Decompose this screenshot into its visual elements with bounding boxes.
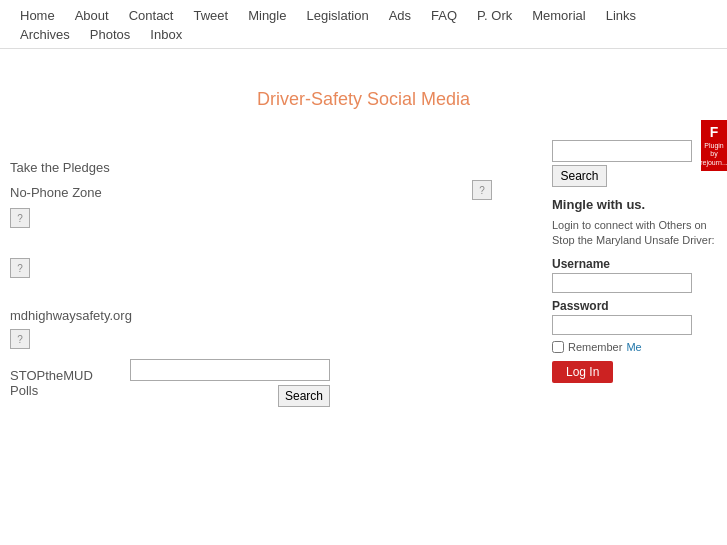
sidebar-search: Search <box>552 140 717 187</box>
remember-me-row: Remember Me <box>552 341 717 353</box>
password-input[interactable] <box>552 315 692 335</box>
username-input[interactable] <box>552 273 692 293</box>
polls-input-area: Search <box>130 359 330 407</box>
remember-me-checkbox[interactable] <box>552 341 564 353</box>
question-mark-icon-2: ? <box>17 263 23 274</box>
flash-icon: F <box>710 124 719 140</box>
polls-section: STOPtheMUD Polls Search <box>10 359 442 407</box>
no-phone-zone-image[interactable]: ? <box>10 208 30 228</box>
login-text: Login to connect with Others on Stop the… <box>552 218 717 249</box>
image-placeholder-1[interactable]: ? <box>10 258 30 278</box>
nav-p-ork[interactable]: P. Ork <box>467 6 522 25</box>
password-label: Password <box>552 299 717 313</box>
remember-label: Remember <box>568 341 622 353</box>
login-button[interactable]: Log In <box>552 361 613 383</box>
navigation: Home About Contact Tweet Mingle Legislat… <box>0 0 727 49</box>
no-phone-zone-label: No-Phone Zone <box>10 185 442 200</box>
nav-tweet[interactable]: Tweet <box>183 6 238 25</box>
take-pledges: Take the Pledges <box>10 160 442 175</box>
nav-links[interactable]: Links <box>596 6 646 25</box>
mdhighway-label: mdhighwaysafety.org <box>10 308 442 323</box>
page-title: Driver-Safety Social Media <box>10 89 717 110</box>
nav-memorial[interactable]: Memorial <box>522 6 595 25</box>
nav-contact[interactable]: Contact <box>119 6 184 25</box>
main-wrapper: Driver-Safety Social Media Take the Pled… <box>0 49 727 417</box>
question-mark-icon: ? <box>17 213 23 224</box>
nav-photos[interactable]: Photos <box>80 25 140 44</box>
nav-row-2: Archives Photos Inbox <box>10 25 717 44</box>
polls-label: STOPtheMUD Polls <box>10 368 120 398</box>
nav-faq[interactable]: FAQ <box>421 6 467 25</box>
nav-inbox[interactable]: Inbox <box>140 25 192 44</box>
flash-plugin-text: Plugin by rejourn... <box>700 142 727 167</box>
columns-wrapper: Take the Pledges No-Phone Zone ? ? mdhig… <box>10 140 717 407</box>
nav-archives[interactable]: Archives <box>10 25 80 44</box>
center-column: ? <box>452 80 532 407</box>
nav-home[interactable]: Home <box>10 6 65 25</box>
flash-plugin-button[interactable]: F Plugin by rejourn... <box>701 120 727 171</box>
username-label: Username <box>552 257 717 271</box>
question-mark-icon-4: ? <box>479 185 485 196</box>
nav-ads[interactable]: Ads <box>379 6 421 25</box>
polls-search-input[interactable] <box>130 359 330 381</box>
remember-me-link[interactable]: Me <box>626 341 641 353</box>
mdhighway-image[interactable]: ? <box>10 329 30 349</box>
left-column: Take the Pledges No-Phone Zone ? ? mdhig… <box>10 140 442 407</box>
sidebar-search-input[interactable] <box>552 140 692 162</box>
content-area: Driver-Safety Social Media Take the Pled… <box>0 49 727 417</box>
mingle-title: Mingle with us. <box>552 197 717 212</box>
nav-about[interactable]: About <box>65 6 119 25</box>
nav-mingle[interactable]: Mingle <box>238 6 296 25</box>
nav-row-1: Home About Contact Tweet Mingle Legislat… <box>10 6 717 25</box>
right-sidebar: Search Mingle with us. Login to connect … <box>542 140 717 407</box>
nav-legislation[interactable]: Legislation <box>296 6 378 25</box>
polls-search-button[interactable]: Search <box>278 385 330 407</box>
center-image-placeholder[interactable]: ? <box>472 180 492 200</box>
sidebar-search-button[interactable]: Search <box>552 165 607 187</box>
question-mark-icon-3: ? <box>17 334 23 345</box>
